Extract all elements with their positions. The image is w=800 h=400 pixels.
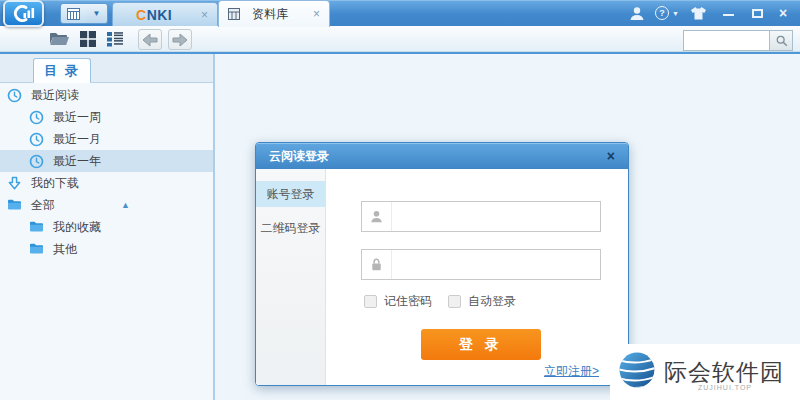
grid-view-icon	[79, 30, 97, 48]
library-tab-button[interactable]	[60, 3, 87, 24]
arrow-right-icon	[172, 33, 188, 47]
sidebar-item-other[interactable]: 其他	[0, 238, 213, 260]
sidebar-item-all[interactable]: 全部 ▲	[0, 194, 213, 216]
clock-icon	[7, 88, 22, 103]
tab-qrcode-login[interactable]: 二维码登录	[256, 215, 325, 241]
sidebar-item-recent-reading[interactable]: 最近阅读	[0, 84, 213, 106]
chevron-down-icon: ▼	[93, 9, 101, 18]
login-button[interactable]: 登 录	[421, 329, 541, 360]
sidebar-item-label: 最近一周	[53, 109, 101, 126]
login-method-tabs: 账号登录 二维码登录	[256, 169, 326, 386]
auto-login-checkbox[interactable]: 自动登录	[448, 293, 516, 310]
checkbox-icon	[448, 295, 461, 308]
sidebar-item-label: 我的收藏	[53, 219, 101, 236]
sidebar-item-label: 其他	[53, 241, 77, 258]
bookshelf-icon	[67, 8, 80, 20]
sidebar-item-recent-year[interactable]: 最近一年	[0, 150, 213, 172]
user-icon	[362, 202, 392, 231]
tab-label: 资料库	[252, 6, 288, 23]
skin-theme-button[interactable]	[690, 0, 707, 26]
dialog-body: 账号登录 二维码登录 记住密码 自动登录	[256, 169, 628, 386]
sidebar-item-label: 我的下载	[31, 175, 79, 192]
clock-icon	[29, 132, 44, 147]
user-account-button[interactable]	[629, 0, 645, 26]
list-view-icon	[106, 31, 124, 47]
tab-close-icon[interactable]: ×	[201, 9, 208, 21]
folder-icon	[7, 198, 22, 213]
search-box	[683, 30, 793, 51]
sidebar-item-my-favorites[interactable]: 我的收藏	[0, 216, 213, 238]
maximize-icon	[752, 9, 763, 18]
open-file-button[interactable]	[48, 29, 70, 49]
list-view-button[interactable]	[104, 29, 126, 49]
sidebar-tabstrip: 目 录	[0, 54, 213, 83]
search-input[interactable]	[683, 30, 769, 51]
close-window-button[interactable]: ×	[779, 0, 787, 26]
cnki-app-logo-icon[interactable]	[3, 0, 44, 27]
shirt-icon	[690, 6, 707, 20]
app-window: ▼ CNKI × 资料库 × ? ▼	[0, 0, 800, 400]
arrow-left-icon	[142, 33, 158, 47]
login-dialog: 云阅读登录 × 账号登录 二维码登录 记住密码	[255, 142, 629, 386]
user-icon	[629, 6, 645, 21]
sidebar-item-recent-week[interactable]: 最近一周	[0, 106, 213, 128]
forward-button[interactable]	[168, 29, 192, 50]
collapse-arrow-icon[interactable]: ▲	[121, 200, 130, 210]
titlebar: ▼ CNKI × 资料库 × ? ▼	[0, 0, 800, 26]
dialog-titlebar[interactable]: 云阅读登录 ×	[256, 143, 628, 169]
checkbox-label: 记住密码	[384, 293, 432, 310]
cnki-wordmark: CNKI	[136, 7, 172, 23]
remember-password-checkbox[interactable]: 记住密码	[364, 293, 432, 310]
password-input[interactable]	[392, 250, 600, 279]
site-watermark: 际会软件园 ZUJIHUI.TOP	[610, 344, 800, 400]
watermark-name: 际会软件园	[664, 361, 784, 384]
sidebar: 目 录 最近阅读 最近一周	[0, 54, 215, 400]
sidebar-item-label: 最近一年	[53, 153, 101, 170]
tab-list-dropdown-button[interactable]: ▼	[86, 3, 108, 24]
sidebar-item-label: 最近阅读	[31, 87, 79, 104]
register-link[interactable]: 立即注册>	[544, 363, 599, 380]
grid-view-button[interactable]	[77, 29, 99, 49]
tab-catalog[interactable]: 目 录	[33, 58, 91, 83]
checkbox-icon	[364, 295, 377, 308]
toolbar	[0, 26, 800, 52]
sidebar-item-list: 最近阅读 最近一周 最近一月	[0, 84, 213, 260]
download-icon	[7, 176, 22, 191]
folder-icon	[29, 242, 44, 257]
dialog-title: 云阅读登录	[269, 148, 329, 165]
back-button[interactable]	[138, 29, 162, 50]
lock-icon	[362, 250, 392, 279]
password-field-group	[361, 249, 601, 280]
sidebar-item-my-downloads[interactable]: 我的下载	[0, 172, 213, 194]
folder-icon	[29, 220, 44, 235]
tab-repository[interactable]: 资料库 ×	[218, 0, 330, 27]
clock-icon	[29, 154, 44, 169]
globe-logo-icon	[615, 347, 661, 397]
sidebar-item-label: 全部	[31, 197, 55, 214]
minimize-button[interactable]	[723, 0, 734, 26]
checkbox-label: 自动登录	[468, 293, 516, 310]
username-input[interactable]	[392, 202, 600, 231]
chevron-down-icon: ▼	[672, 10, 679, 17]
logo-glyph	[10, 4, 37, 23]
help-icon: ?	[655, 6, 669, 20]
minimize-icon	[723, 14, 734, 16]
watermark-domain: ZUJIHUI.TOP	[698, 384, 752, 391]
sidebar-item-recent-month[interactable]: 最近一月	[0, 128, 213, 150]
clock-icon	[29, 110, 44, 125]
search-icon	[775, 34, 788, 47]
tab-cnki-home[interactable]: CNKI ×	[112, 2, 218, 26]
search-button[interactable]	[769, 30, 793, 51]
maximize-button[interactable]	[752, 0, 763, 26]
help-menu-button[interactable]: ? ▼	[655, 0, 679, 26]
dialog-close-icon[interactable]: ×	[607, 149, 615, 163]
folder-open-icon	[49, 31, 69, 47]
sidebar-item-label: 最近一月	[53, 131, 101, 148]
tab-close-icon[interactable]: ×	[313, 8, 320, 20]
repository-icon	[228, 8, 240, 20]
username-field-group	[361, 201, 601, 232]
tab-account-login[interactable]: 账号登录	[256, 181, 325, 207]
